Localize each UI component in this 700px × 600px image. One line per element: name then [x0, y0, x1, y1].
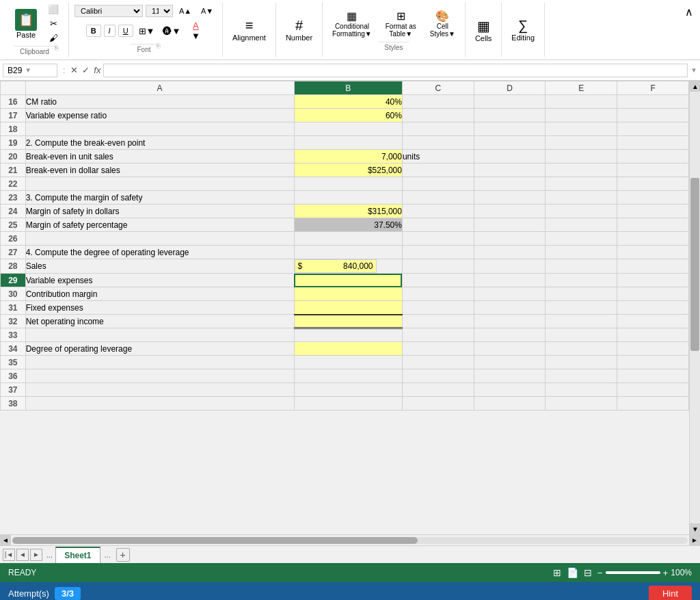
row-header-37[interactable]: 37 [1, 383, 26, 397]
fx-label[interactable]: fx [94, 65, 100, 75]
cells-button[interactable]: ▦ Cells [471, 15, 496, 45]
format-painter-btn[interactable]: 🖌 [44, 31, 63, 44]
col-header-d[interactable]: D [474, 81, 546, 95]
row-header-25[interactable]: 25 [1, 218, 26, 232]
row-header-17[interactable]: 17 [1, 109, 26, 122]
cell-d-38[interactable] [474, 397, 546, 410]
cell-b-19[interactable] [294, 136, 402, 150]
cell-b-17[interactable]: 60% [294, 109, 402, 122]
cell-c-21[interactable] [402, 164, 474, 177]
row-header-29[interactable]: 29 [1, 274, 26, 287]
cell-a-27[interactable]: 4. Compute the degree of operating lever… [25, 246, 294, 259]
cell-f-33[interactable] [617, 328, 689, 342]
cell-b-18[interactable] [294, 122, 402, 136]
alignment-button[interactable]: ≡ Alignment [228, 15, 270, 44]
cell-f-16[interactable] [617, 95, 689, 109]
cell-d-37[interactable] [474, 383, 546, 397]
font-decrease-btn[interactable]: A▼ [198, 5, 217, 16]
zoom-out-btn[interactable]: − [597, 568, 603, 578]
cell-c-28[interactable] [402, 259, 474, 274]
cell-b-24[interactable]: $315,000 [294, 205, 402, 218]
name-box-dropdown[interactable]: ▼ [25, 66, 31, 74]
row-header-18[interactable]: 18 [1, 122, 26, 136]
cell-a-25[interactable]: Margin of safety percentage [25, 218, 294, 232]
cell-f-25[interactable] [617, 218, 689, 232]
cell-b-33[interactable] [294, 328, 402, 342]
font-color-button[interactable]: A▼ [186, 19, 205, 42]
cell-b-37[interactable] [294, 383, 402, 397]
cell-a-35[interactable] [25, 356, 294, 369]
cell-e-33[interactable] [546, 328, 617, 342]
zoom-slider[interactable] [606, 571, 660, 574]
cell-a-18[interactable] [25, 122, 294, 136]
cell-a-37[interactable] [25, 383, 294, 397]
cell-styles-button[interactable]: 🎨 CellStyles▼ [426, 7, 459, 40]
normal-view-btn[interactable]: ⊞ [553, 567, 561, 578]
v-scroll-thumb[interactable] [690, 178, 699, 350]
cell-b-22[interactable] [294, 177, 402, 191]
cell-f-38[interactable] [617, 397, 689, 410]
cancel-icon[interactable]: ✕ [70, 65, 78, 75]
cell-c-33[interactable] [402, 328, 474, 342]
cell-f-22[interactable] [617, 177, 689, 191]
cell-e-38[interactable] [546, 397, 617, 410]
cell-b-25[interactable]: 37.50% [294, 218, 402, 232]
cell-a-38[interactable] [25, 397, 294, 410]
confirm-icon[interactable]: ✓ [82, 65, 90, 75]
cell-a-24[interactable]: Margin of safety in dollars [25, 205, 294, 218]
cell-c-24[interactable] [402, 205, 474, 218]
col-header-a[interactable]: A [25, 81, 294, 95]
cell-e-21[interactable] [546, 164, 617, 177]
cell-a-17[interactable]: Variable expense ratio [25, 109, 294, 122]
cell-f-23[interactable] [617, 191, 689, 205]
cell-c-35[interactable] [402, 356, 474, 369]
page-break-btn[interactable]: ⊟ [584, 567, 592, 578]
cell-f-28[interactable] [617, 259, 689, 274]
cell-b-27[interactable] [294, 246, 402, 259]
number-button[interactable]: # Number [282, 15, 317, 44]
h-scroll-thumb[interactable] [12, 537, 418, 544]
v-scroll-up-btn[interactable]: ▲ [690, 81, 700, 92]
h-scroll-right-btn[interactable]: ► [689, 535, 700, 546]
cell-c-18[interactable] [402, 122, 474, 136]
cell-d-22[interactable] [474, 177, 546, 191]
cell-a-23[interactable]: 3. Compute the margin of safety [25, 191, 294, 205]
row-header-35[interactable]: 35 [1, 356, 26, 369]
cell-f-18[interactable] [617, 122, 689, 136]
cell-d-17[interactable] [474, 109, 546, 122]
add-sheet-btn[interactable]: + [116, 548, 130, 562]
cell-d-33[interactable] [474, 328, 546, 342]
sheet-tab-sheet1[interactable]: Sheet1 [55, 547, 100, 563]
cell-e-27[interactable] [546, 246, 617, 259]
cell-c-31[interactable] [402, 301, 474, 315]
cell-d-28[interactable] [474, 259, 546, 274]
cell-f-27[interactable] [617, 246, 689, 259]
cell-c-23[interactable] [402, 191, 474, 205]
cell-a-29[interactable]: Variable expenses [25, 274, 294, 287]
conditional-formatting-button[interactable]: ▦ ConditionalFormatting▼ [328, 7, 376, 40]
cell-b-28[interactable]: $840,000 [295, 259, 377, 273]
row-header-21[interactable]: 21 [1, 164, 26, 177]
cell-c-30[interactable] [402, 287, 474, 301]
tab-nav-prev[interactable]: ◄ [16, 549, 29, 561]
cell-a-28[interactable]: Sales [25, 259, 294, 274]
zoom-in-btn[interactable]: + [663, 568, 669, 578]
cell-c-16[interactable] [402, 95, 474, 109]
cell-b-36[interactable] [294, 369, 402, 383]
cell-c-26[interactable] [402, 232, 474, 246]
clipboard-expand[interactable]: ⎘ [55, 44, 58, 57]
underline-button[interactable]: U [118, 25, 133, 37]
cell-f-34[interactable] [617, 342, 689, 356]
cell-c-34[interactable] [402, 342, 474, 356]
cell-f-30[interactable] [617, 287, 689, 301]
cell-b-30[interactable] [294, 287, 402, 301]
cell-c-29[interactable] [402, 274, 474, 287]
cell-f-36[interactable] [617, 369, 689, 383]
cell-b-32[interactable] [294, 315, 402, 328]
row-header-23[interactable]: 23 [1, 191, 26, 205]
cell-e-35[interactable] [546, 356, 617, 369]
grid-scroll[interactable]: A B C D E F 16CM ratio40%17Variable expe… [0, 81, 689, 534]
cell-e-19[interactable] [546, 136, 617, 150]
paste-button[interactable]: 📋 Paste [10, 8, 42, 40]
cell-b-38[interactable] [294, 397, 402, 410]
